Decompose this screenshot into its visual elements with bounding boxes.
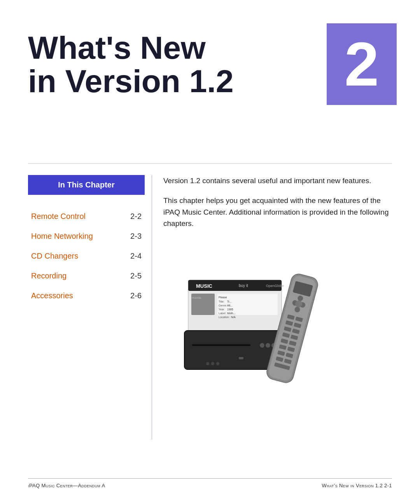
toc-item-page: 2-4 (130, 252, 142, 261)
svg-text:Ti...: Ti... (227, 300, 231, 303)
svg-text:N/A: N/A (231, 316, 236, 318)
left-column: In This Chapter Remote Control 2-2 Home … (28, 175, 145, 306)
svg-text:buy it: buy it (239, 284, 248, 288)
toc-item-page: 2-6 (130, 291, 142, 300)
intro-paragraph2: This chapter helps you get acquainted wi… (163, 195, 392, 229)
toc-item[interactable]: CD Changers 2-4 (28, 246, 145, 266)
footer-left-text: iPAQ Music Center—Addendum A (28, 483, 105, 488)
toc-list: Remote Control 2-2 Home Networking 2-3 C… (28, 206, 145, 306)
toc-item-label[interactable]: Recording (31, 271, 66, 280)
svg-point-24 (206, 362, 209, 365)
svg-text:OpenGlobe: OpenGlobe (266, 284, 284, 288)
in-this-chapter-label: In This Chapter (58, 180, 115, 189)
svg-text:Year:: Year: (219, 308, 225, 311)
horizontal-divider (28, 163, 392, 164)
toc-item-page: 2-2 (130, 212, 142, 221)
vertical-divider (152, 175, 152, 439)
svg-point-21 (260, 343, 264, 348)
toc-item-page: 2-3 (130, 232, 142, 241)
svg-text:Moth...: Moth... (227, 312, 235, 315)
toc-item[interactable]: Home Networking 2-3 (28, 226, 145, 246)
page-title: What's New in Version 1.2 (28, 31, 234, 98)
page-footer: iPAQ Music Center—Addendum A What's New … (28, 478, 392, 488)
svg-text:Alt...: Alt... (227, 304, 233, 307)
svg-point-25 (211, 362, 214, 365)
title-line1: What's New (28, 31, 234, 65)
svg-rect-20 (192, 344, 250, 346)
right-column: Version 1.2 contains several useful and … (163, 175, 392, 238)
product-image-area: MUSIC buy it OpenGlobe PLEASE Please Tit… (163, 257, 392, 404)
svg-point-22 (266, 343, 270, 348)
svg-rect-27 (239, 357, 243, 359)
chapter-number-box: 2 (327, 23, 397, 105)
intro-paragraph1: Version 1.2 contains several useful and … (163, 175, 392, 186)
svg-text:Genre:: Genre: (219, 304, 227, 307)
svg-text:1995: 1995 (227, 308, 233, 311)
footer-right-text: What's New in Version 1.2 2-1 (322, 483, 392, 488)
svg-point-26 (216, 362, 219, 365)
toc-item-label[interactable]: Home Networking (31, 232, 93, 241)
svg-text:Please: Please (219, 296, 227, 299)
toc-item-label[interactable]: CD Changers (31, 252, 78, 261)
in-this-chapter-header: In This Chapter (28, 175, 145, 195)
toc-item-label[interactable]: Accessories (31, 291, 73, 300)
toc-item-page: 2-5 (130, 271, 142, 280)
svg-text:Title:: Title: (219, 300, 224, 303)
product-image-svg: MUSIC buy it OpenGlobe PLEASE Please Tit… (177, 261, 379, 401)
svg-text:PLEASE: PLEASE (192, 297, 201, 299)
toc-item[interactable]: Remote Control 2-2 (28, 206, 145, 226)
svg-text:Label:: Label: (219, 312, 226, 315)
svg-text:MUSIC: MUSIC (196, 283, 213, 289)
svg-text:Location:: Location: (219, 316, 229, 318)
toc-item[interactable]: Accessories 2-6 (28, 286, 145, 306)
toc-item[interactable]: Recording 2-5 (28, 266, 145, 286)
title-line2: in Version 1.2 (28, 65, 234, 98)
chapter-number: 2 (345, 33, 379, 95)
toc-item-label[interactable]: Remote Control (31, 212, 86, 221)
